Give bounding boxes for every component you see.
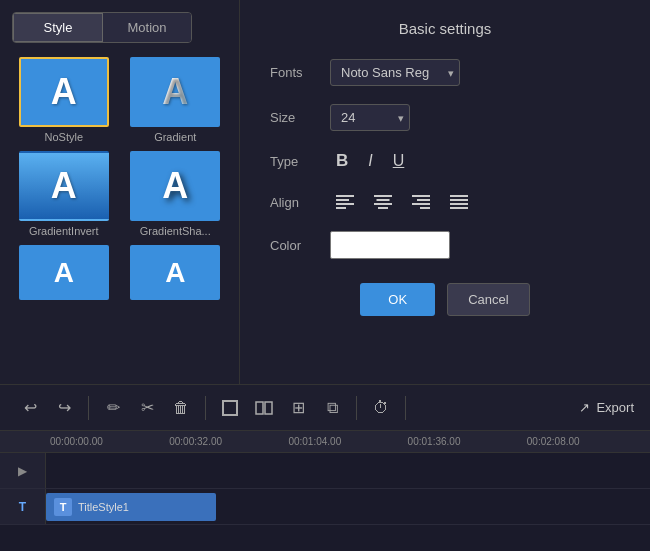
align-label: Align [270,195,330,210]
clip-icon: T [54,498,72,516]
svg-rect-16 [223,401,237,415]
size-dropdown-wrapper: 24 12 18 36 48 [330,104,410,131]
align-left-icon [336,195,354,209]
fonts-label: Fonts [270,65,330,80]
tab-style[interactable]: Style [13,13,103,42]
style-item-6[interactable]: A [124,245,228,300]
align-justify-button[interactable] [444,191,474,213]
toolbar-separator-1 [88,396,89,420]
track-header-title: T [0,489,46,524]
toolbar-separator-4 [405,396,406,420]
grid-button[interactable]: ⊞ [284,394,312,422]
style-grid: A NoStyle A Gradient A GradientInvert [12,57,227,300]
style-item-nostyle[interactable]: A NoStyle [12,57,116,143]
copy-button[interactable]: ⧉ [318,394,346,422]
svg-rect-12 [450,195,468,197]
bold-button[interactable]: B [330,149,354,173]
svg-rect-4 [374,195,392,197]
track-content-title[interactable]: T TitleStyle1 [46,489,650,524]
svg-rect-14 [450,203,468,205]
export-button[interactable]: ↗ Export [579,400,634,415]
svg-rect-17 [256,402,263,414]
style-letter: A [162,165,188,207]
redo-button[interactable]: ↪ [50,394,78,422]
svg-rect-0 [336,195,354,197]
style-item-5[interactable]: A [12,245,116,300]
svg-rect-2 [336,203,354,205]
align-control [330,191,620,213]
svg-rect-3 [336,207,346,209]
svg-rect-13 [450,199,468,201]
ok-button[interactable]: OK [360,283,435,316]
style-letter: A [51,165,77,207]
style-thumb-gradientinvert: A [19,151,109,221]
color-picker[interactable] [330,231,450,259]
color-row: Color [270,231,620,259]
style-letter: A [54,257,74,289]
toolbar-separator-3 [356,396,357,420]
style-letter: A [51,71,77,113]
style-item-gradientinvert[interactable]: A GradientInvert [12,151,116,237]
style-letter: A [165,257,185,289]
svg-rect-18 [265,402,272,414]
time-marker-0: 00:00:00.00 [50,436,169,447]
style-label-gradientshadow: GradientSha... [140,225,211,237]
cut-button[interactable]: ✂ [133,394,161,422]
style-label-gradient: Gradient [154,131,196,143]
style-thumb-gradientshadow: A [130,151,220,221]
align-center-button[interactable] [368,191,398,213]
style-thumb-5: A [19,245,109,300]
tab-motion[interactable]: Motion [103,13,191,42]
fonts-control: Noto Sans Reg [330,59,620,86]
align-right-icon [412,195,430,209]
split-button[interactable] [250,394,278,422]
track-content-video[interactable] [46,453,650,488]
crop-button[interactable] [216,394,244,422]
time-marker-4: 00:02:08.00 [527,436,646,447]
align-right-button[interactable] [406,191,436,213]
track-row-title: T T TitleStyle1 [0,489,650,525]
title-clip[interactable]: T TitleStyle1 [46,493,216,521]
align-center-icon [374,195,392,209]
time-ruler: 00:00:00.00 00:00:32.00 00:01:04.00 00:0… [0,431,650,453]
edit-button[interactable]: ✏ [99,394,127,422]
panel-title: Basic settings [270,20,620,37]
toolbar-row: ↩ ↪ ✏ ✂ 🗑 ⊞ ⧉ ⏱ ↗ Export [0,385,650,431]
track-header-video: ▶ [0,453,46,488]
tab-bar: Style Motion [12,12,192,43]
delete-button[interactable]: 🗑 [167,394,195,422]
fonts-row: Fonts Noto Sans Reg [270,59,620,86]
undo-button[interactable]: ↩ [16,394,44,422]
time-marker-1: 00:00:32.00 [169,436,288,447]
fonts-dropdown[interactable]: Noto Sans Reg [330,59,460,86]
type-control: B I U [330,149,620,173]
size-control: 24 12 18 36 48 [330,104,620,131]
time-marker-3: 00:01:36.00 [408,436,527,447]
style-item-gradientshadow[interactable]: A GradientSha... [124,151,228,237]
clock-button[interactable]: ⏱ [367,394,395,422]
video-track-icon: ▶ [18,464,27,478]
italic-button[interactable]: I [362,150,378,172]
settings-panel: Basic settings Fonts Noto Sans Reg Size … [240,0,650,384]
cancel-button[interactable]: Cancel [447,283,529,316]
clip-label: TitleStyle1 [78,501,129,513]
svg-rect-11 [420,207,430,209]
svg-rect-7 [378,207,388,209]
track-row-video: ▶ [0,453,650,489]
style-thumb-6: A [130,245,220,300]
svg-rect-9 [417,199,430,201]
underline-button[interactable]: U [387,150,411,172]
size-dropdown[interactable]: 24 12 18 36 48 [330,104,410,131]
export-icon: ↗ [579,400,590,415]
track-empty-video [46,453,650,488]
color-label: Color [270,238,330,253]
time-marker-2: 00:01:04.00 [288,436,407,447]
style-item-gradient[interactable]: A Gradient [124,57,228,143]
align-left-button[interactable] [330,191,360,213]
style-thumb-gradient: A [130,57,220,127]
split-icon [255,399,273,417]
svg-rect-6 [374,203,392,205]
fonts-dropdown-wrapper: Noto Sans Reg [330,59,460,86]
type-row: Type B I U [270,149,620,173]
svg-rect-1 [336,199,349,201]
